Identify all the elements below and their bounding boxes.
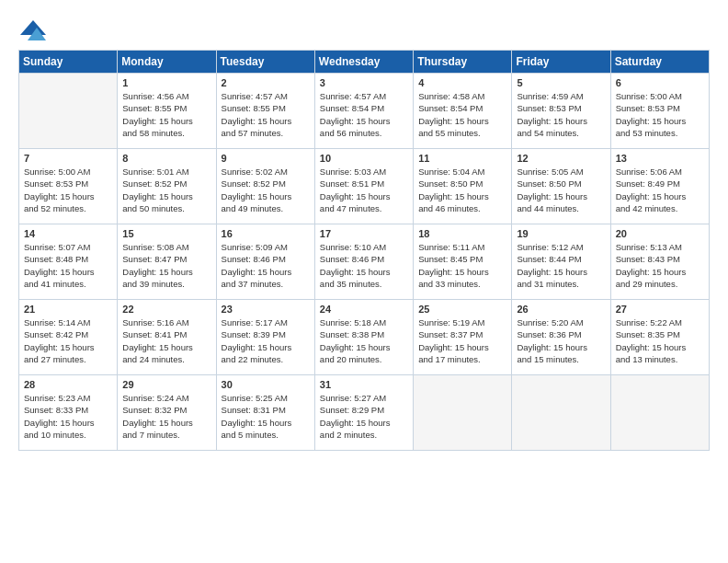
calendar-cell: 18Sunrise: 5:11 AMSunset: 8:45 PMDayligh… [414, 224, 512, 300]
day-number: 18 [418, 228, 506, 239]
day-number: 22 [122, 304, 210, 315]
cell-line: Daylight: 15 hours [122, 341, 210, 353]
cell-line: and 42 minutes. [616, 202, 704, 214]
calendar-cell: 9Sunrise: 5:02 AMSunset: 8:52 PMDaylight… [216, 149, 314, 224]
cell-line: Sunset: 8:39 PM [222, 328, 310, 340]
cell-line: Daylight: 15 hours [222, 190, 310, 202]
logo-icon [20, 17, 46, 42]
cell-line: Sunrise: 5:04 AM [418, 166, 506, 178]
cell-line: and 20 minutes. [320, 353, 408, 365]
day-number: 25 [418, 304, 506, 315]
week-row-3: 14Sunrise: 5:07 AMSunset: 8:48 PMDayligh… [19, 224, 710, 300]
cell-line: Sunset: 8:48 PM [24, 253, 112, 265]
col-header-sunday: Sunday [19, 51, 118, 74]
cell-line: and 35 minutes. [320, 278, 408, 290]
week-row-2: 7Sunrise: 5:00 AMSunset: 8:53 PMDaylight… [19, 149, 710, 224]
cell-line: and 41 minutes. [24, 278, 112, 290]
cell-line: Sunset: 8:53 PM [616, 102, 704, 114]
cell-line: Sunset: 8:51 PM [320, 178, 408, 190]
cell-line: Daylight: 15 hours [222, 341, 310, 353]
day-number: 26 [517, 304, 605, 315]
cell-line: and 31 minutes. [517, 278, 605, 290]
col-header-monday: Monday [118, 51, 216, 74]
cell-line: Daylight: 15 hours [418, 190, 506, 202]
cell-line: Sunrise: 5:02 AM [222, 166, 310, 178]
cell-line: Daylight: 15 hours [517, 190, 605, 202]
day-number: 6 [616, 77, 704, 88]
cell-line: Daylight: 15 hours [616, 115, 704, 127]
calendar-cell: 6Sunrise: 5:00 AMSunset: 8:53 PMDaylight… [610, 74, 709, 149]
cell-line: Sunset: 8:50 PM [418, 178, 506, 190]
day-number: 31 [320, 379, 408, 390]
cell-line: Sunset: 8:33 PM [24, 404, 112, 416]
calendar-cell: 20Sunrise: 5:13 AMSunset: 8:43 PMDayligh… [610, 224, 709, 300]
cell-line: Sunset: 8:53 PM [24, 178, 112, 190]
cell-line: and 58 minutes. [122, 127, 210, 139]
cell-line: and 44 minutes. [517, 202, 605, 214]
cell-line: Daylight: 15 hours [24, 417, 112, 429]
cell-line: and 39 minutes. [122, 278, 210, 290]
calendar-page: SundayMondayTuesdayWednesdayThursdayFrid… [0, 0, 728, 563]
cell-line: Daylight: 15 hours [320, 115, 408, 127]
cell-line: Sunrise: 4:57 AM [222, 90, 310, 102]
cell-line: Daylight: 15 hours [517, 115, 605, 127]
cell-line: Sunset: 8:50 PM [517, 178, 605, 190]
cell-line: Daylight: 15 hours [517, 266, 605, 278]
cell-line: Daylight: 15 hours [616, 190, 704, 202]
day-number: 21 [24, 304, 112, 315]
calendar-cell: 8Sunrise: 5:01 AMSunset: 8:52 PMDaylight… [118, 149, 216, 224]
calendar-cell: 24Sunrise: 5:18 AMSunset: 8:38 PMDayligh… [314, 300, 413, 375]
calendar-cell: 7Sunrise: 5:00 AMSunset: 8:53 PMDaylight… [19, 149, 118, 224]
cell-line: Sunrise: 5:07 AM [24, 241, 112, 253]
logo [18, 17, 46, 42]
calendar-cell: 13Sunrise: 5:06 AMSunset: 8:49 PMDayligh… [610, 149, 709, 224]
day-number: 8 [122, 153, 210, 164]
cell-line: and 24 minutes. [122, 353, 210, 365]
cell-line: Sunset: 8:42 PM [24, 328, 112, 340]
cell-line: Sunrise: 5:05 AM [517, 166, 605, 178]
cell-line: Sunrise: 5:12 AM [517, 241, 605, 253]
cell-line: Sunrise: 5:01 AM [122, 166, 210, 178]
cell-line: Sunset: 8:52 PM [222, 178, 310, 190]
cell-line: and 52 minutes. [24, 202, 112, 214]
cell-line: Sunrise: 5:17 AM [222, 316, 310, 328]
calendar-cell: 28Sunrise: 5:23 AMSunset: 8:33 PMDayligh… [19, 375, 118, 451]
cell-line: Sunrise: 5:25 AM [222, 392, 310, 404]
calendar-cell: 14Sunrise: 5:07 AMSunset: 8:48 PMDayligh… [19, 224, 118, 300]
calendar-cell: 5Sunrise: 4:59 AMSunset: 8:53 PMDaylight… [512, 74, 610, 149]
calendar-cell: 15Sunrise: 5:08 AMSunset: 8:47 PMDayligh… [118, 224, 216, 300]
day-number: 1 [122, 77, 210, 88]
cell-line: Daylight: 15 hours [24, 341, 112, 353]
cell-line: Sunrise: 5:19 AM [418, 316, 506, 328]
col-header-friday: Friday [512, 51, 610, 74]
calendar-cell: 17Sunrise: 5:10 AMSunset: 8:46 PMDayligh… [314, 224, 413, 300]
cell-line: Sunset: 8:53 PM [517, 102, 605, 114]
cell-line: Sunset: 8:29 PM [320, 404, 408, 416]
cell-line: Sunset: 8:55 PM [122, 102, 210, 114]
calendar-cell: 27Sunrise: 5:22 AMSunset: 8:35 PMDayligh… [610, 300, 709, 375]
cell-line: Daylight: 15 hours [222, 115, 310, 127]
cell-line: Sunset: 8:32 PM [122, 404, 210, 416]
cell-line: and 47 minutes. [320, 202, 408, 214]
calendar-cell: 10Sunrise: 5:03 AMSunset: 8:51 PMDayligh… [314, 149, 413, 224]
col-header-thursday: Thursday [414, 51, 512, 74]
calendar-cell: 22Sunrise: 5:16 AMSunset: 8:41 PMDayligh… [118, 300, 216, 375]
cell-line: Sunrise: 5:06 AM [616, 166, 704, 178]
week-row-4: 21Sunrise: 5:14 AMSunset: 8:42 PMDayligh… [19, 300, 710, 375]
cell-line: Sunrise: 4:56 AM [122, 90, 210, 102]
cell-line: Daylight: 15 hours [616, 341, 704, 353]
cell-line: Sunset: 8:46 PM [320, 253, 408, 265]
day-number: 9 [222, 153, 310, 164]
col-header-saturday: Saturday [610, 51, 709, 74]
cell-line: Sunset: 8:35 PM [616, 328, 704, 340]
cell-line: and 56 minutes. [320, 127, 408, 139]
cell-line: Sunrise: 5:14 AM [24, 316, 112, 328]
week-row-1: 1Sunrise: 4:56 AMSunset: 8:55 PMDaylight… [19, 74, 710, 149]
cell-line: Sunset: 8:44 PM [517, 253, 605, 265]
calendar-cell: 3Sunrise: 4:57 AMSunset: 8:54 PMDaylight… [314, 74, 413, 149]
calendar-cell: 23Sunrise: 5:17 AMSunset: 8:39 PMDayligh… [216, 300, 314, 375]
day-number: 24 [320, 304, 408, 315]
day-number: 16 [222, 228, 310, 239]
cell-line: Daylight: 15 hours [418, 115, 506, 127]
cell-line: Sunset: 8:31 PM [222, 404, 310, 416]
